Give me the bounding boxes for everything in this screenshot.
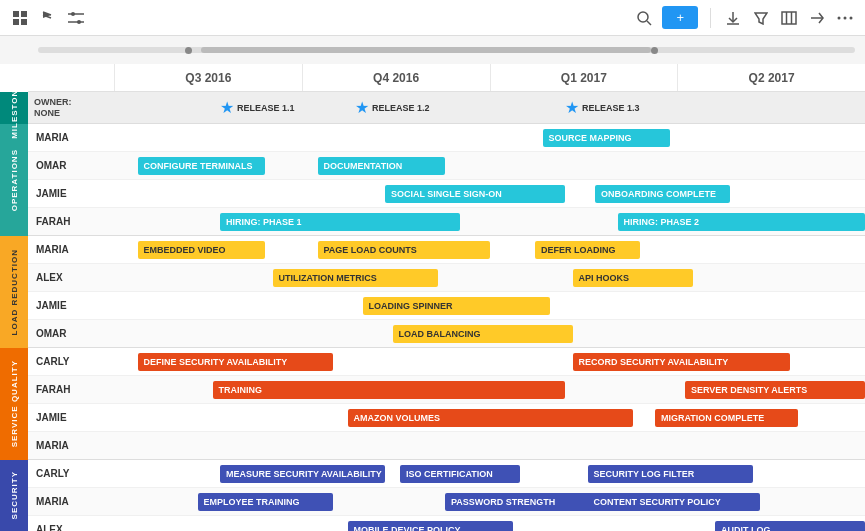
milestone-owner-label: OWNER:NONE (28, 92, 115, 123)
svg-point-19 (838, 16, 841, 19)
bar-onboarding[interactable]: ONBOARDING COMPLETE (595, 185, 730, 203)
share-icon[interactable] (807, 8, 827, 28)
svg-line-11 (647, 21, 651, 25)
bar-api-hooks[interactable]: API HOOKS (573, 269, 693, 287)
svg-point-7 (71, 12, 75, 16)
milestone-release-1-2: ★ RELEASE 1.2 (355, 98, 430, 117)
bar-utilization[interactable]: UTILIZATION METRICS (273, 269, 438, 287)
sq-jamie-label: JAMIE (28, 404, 115, 431)
svg-rect-3 (21, 19, 27, 25)
milestone-release-1-3: ★ RELEASE 1.3 (565, 98, 640, 117)
star-icon-2: ★ (355, 98, 369, 117)
bar-configure-terminals[interactable]: CONFIGURE TERMINALS (138, 157, 266, 175)
section-operations-label: OPERATIONS (10, 149, 19, 211)
section-security-label: SECURITY (10, 471, 19, 519)
lr-row-omar: OMAR LOAD BALANCING (28, 320, 865, 348)
bar-measure-security[interactable]: MEASURE SECURITY AVAILABILITY (220, 465, 385, 483)
bar-audit-log[interactable]: AUDIT LOG (715, 521, 865, 531)
bar-social-sso[interactable]: SOCIAL SINGLE SIGN-ON (385, 185, 565, 203)
bar-source-mapping[interactable]: SOURCE MAPPING (543, 129, 671, 147)
op-jamie-gantt: SOCIAL SINGLE SIGN-ON ONBOARDING COMPLET… (115, 180, 865, 207)
filter-icon[interactable] (751, 8, 771, 28)
search-icon[interactable] (634, 8, 654, 28)
bar-define-security[interactable]: DEFINE SECURITY AVAILABILITY (138, 353, 333, 371)
quarter-q3-2016: Q3 2016 (115, 64, 303, 91)
lr-row-alex: ALEX UTILIZATION METRICS API HOOKS (28, 264, 865, 292)
download-icon[interactable] (723, 8, 743, 28)
sec-row-carly: CARLY MEASURE SECURITY AVAILABILITY ISO … (28, 460, 865, 488)
bar-mobile-policy[interactable]: MOBILE DEVICE POLICY (348, 521, 513, 531)
sec-carly-label: CARLY (28, 460, 115, 487)
bar-documentation[interactable]: DOCUMENTATION (318, 157, 446, 175)
bar-hiring-p2[interactable]: HIRING: PHASE 2 (618, 213, 866, 231)
sq-row-farah: FARAH TRAINING SERVER DENSITY ALERTS (28, 376, 865, 404)
sec-maria-gantt: EMPLOYEE TRAINING PASSWORD STRENGTH CONT… (115, 488, 865, 515)
bar-record-security[interactable]: RECORD SECURITY AVAILABILITY (573, 353, 791, 371)
sec-alex-label: ALEX (28, 516, 115, 531)
op-omar-gantt: CONFIGURE TERMINALS DOCUMENTATION (115, 152, 865, 179)
milestone-area: ★ RELEASE 1.1 ★ RELEASE 1.2 ★ RELEASE 1.… (115, 92, 865, 123)
sq-farah-label: FARAH (28, 376, 115, 403)
star-icon-3: ★ (565, 98, 579, 117)
bar-load-balancing[interactable]: LOAD BALANCING (393, 325, 573, 343)
columns-icon[interactable] (779, 8, 799, 28)
op-jamie-label: JAMIE (28, 180, 115, 207)
milestone-row: OWNER:NONE ★ RELEASE 1.1 ★ RELEASE 1.2 ★ (28, 92, 865, 124)
svg-rect-1 (21, 11, 27, 17)
lr-jamie-gantt: LOADING SPINNER (115, 292, 865, 319)
section-milestones-label: MILESTONES (10, 77, 19, 139)
op-row-jamie: JAMIE SOCIAL SINGLE SIGN-ON ONBOARDING C… (28, 180, 865, 208)
section-quality-label: SERVICE QUALITY (10, 360, 19, 447)
op-row-maria: MARIA SOURCE MAPPING (28, 124, 865, 152)
svg-point-9 (77, 20, 81, 24)
svg-point-20 (844, 16, 847, 19)
svg-point-10 (638, 12, 648, 22)
bar-amazon-volumes[interactable]: AMAZON VOLUMES (348, 409, 633, 427)
sec-carly-gantt: MEASURE SECURITY AVAILABILITY ISO CERTIF… (115, 460, 865, 487)
quarter-q2-2017: Q2 2017 (678, 64, 865, 91)
flag-icon[interactable] (38, 8, 58, 28)
bar-iso[interactable]: ISO CERTIFICATION (400, 465, 520, 483)
add-button[interactable]: + (662, 6, 698, 29)
toolbar: + (0, 0, 865, 36)
bar-content-security[interactable]: CONTENT SECURITY POLICY (588, 493, 761, 511)
bar-embedded-video[interactable]: EMBEDDED VIDEO (138, 241, 266, 259)
lr-jamie-label: JAMIE (28, 292, 115, 319)
lr-maria-gantt: EMBEDDED VIDEO PAGE LOAD COUNTS DEFER LO… (115, 236, 865, 263)
sq-carly-gantt: DEFINE SECURITY AVAILABILITY RECORD SECU… (115, 348, 865, 375)
lr-alex-gantt: UTILIZATION METRICS API HOOKS (115, 264, 865, 291)
bar-migration[interactable]: MIGRATION COMPLETE (655, 409, 798, 427)
bar-server-density[interactable]: SERVER DENSITY ALERTS (685, 381, 865, 399)
bar-page-load[interactable]: PAGE LOAD COUNTS (318, 241, 491, 259)
svg-point-21 (850, 16, 853, 19)
bar-hiring-p1[interactable]: HIRING: PHASE 1 (220, 213, 460, 231)
sq-carly-label: CARLY (28, 348, 115, 375)
grid-icon[interactable] (10, 8, 30, 28)
more-icon[interactable] (835, 8, 855, 28)
milestone-release-1-1: ★ RELEASE 1.1 (220, 98, 295, 117)
op-maria-label: MARIA (28, 124, 115, 151)
bar-training[interactable]: TRAINING (213, 381, 566, 399)
svg-rect-2 (13, 19, 19, 25)
bar-password[interactable]: PASSWORD STRENGTH (445, 493, 603, 511)
lr-maria-label: MARIA (28, 236, 115, 263)
sq-farah-gantt: TRAINING SERVER DENSITY ALERTS (115, 376, 865, 403)
bar-employee-training[interactable]: EMPLOYEE TRAINING (198, 493, 333, 511)
bar-security-log[interactable]: SECURITY LOG FILTER (588, 465, 753, 483)
sq-row-jamie: JAMIE AMAZON VOLUMES MIGRATION COMPLETE (28, 404, 865, 432)
quarter-q4-2016: Q4 2016 (303, 64, 491, 91)
sliders-icon[interactable] (66, 8, 86, 28)
bar-loading-spinner[interactable]: LOADING SPINNER (363, 297, 551, 315)
svg-rect-0 (13, 11, 19, 17)
sq-row-carly: CARLY DEFINE SECURITY AVAILABILITY RECOR… (28, 348, 865, 376)
quarter-q1-2017: Q1 2017 (491, 64, 679, 91)
sq-maria-gantt (115, 432, 865, 459)
bar-defer-loading[interactable]: DEFER LOADING (535, 241, 640, 259)
scrollbar-row[interactable] (28, 36, 865, 64)
op-omar-label: OMAR (28, 152, 115, 179)
section-load-label: LOAD REDUCTION (10, 249, 19, 335)
lr-alex-label: ALEX (28, 264, 115, 291)
quarter-headers: Q3 2016 Q4 2016 Q1 2017 Q2 2017 (28, 64, 865, 92)
sec-row-maria: MARIA EMPLOYEE TRAINING PASSWORD STRENGT… (28, 488, 865, 516)
star-icon-1: ★ (220, 98, 234, 117)
